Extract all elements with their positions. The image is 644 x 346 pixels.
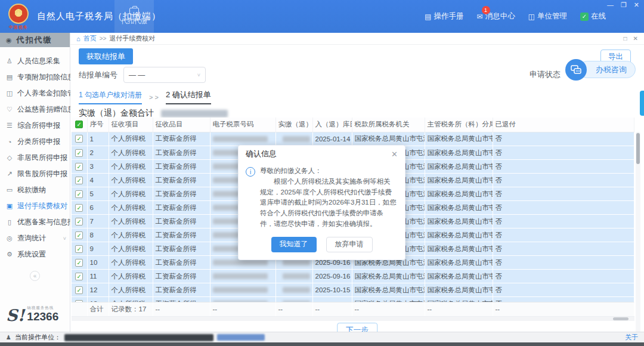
header-menu-item[interactable]: ✉ 消息中心 1 [477, 11, 515, 21]
row-checkbox[interactable]: ✓ [75, 273, 83, 280]
cell-ticket-number [210, 270, 275, 283]
dialog-close-icon[interactable]: ✕ [391, 150, 398, 159]
row-checkbox[interactable]: ✓ [75, 177, 83, 184]
withholding-module-icon: ◉ [6, 36, 13, 44]
refund-fee-check-icon: ▣ [5, 202, 14, 210]
row-checkbox[interactable]: ✓ [75, 286, 83, 294]
fetch-statement-button[interactable]: 获取结报单 [79, 48, 133, 64]
dialog-greeting: 尊敬的扣缴义务人： [260, 166, 397, 177]
table-column-header: 电子税票号码 [210, 118, 275, 132]
row-checkbox-cell: ✓ [72, 201, 87, 215]
sidebar-item[interactable]: ▣ 退付手续费核对 [0, 198, 70, 214]
sidebar-item[interactable]: ◎ 查询统计 [0, 230, 70, 246]
wizard-steps: 1 勾选单户核对清册 > > 2 确认结报单 [79, 89, 211, 104]
sidebar-item[interactable]: ▯ 优惠备案与信息报 [0, 214, 70, 230]
cell-bureau: 国家税务总局黄山市屯溪区.. [425, 270, 493, 283]
classified-income-icon: ◔ [5, 138, 14, 146]
row-checkbox[interactable]: ✓ [75, 300, 83, 302]
cell-seq: 2 [87, 146, 109, 160]
table-column-header: 已退付 [493, 118, 634, 132]
row-checkbox[interactable]: ✓ [75, 259, 83, 267]
cell-bureau: 国家税务总局黄山市屯溪区.. [425, 228, 493, 242]
status-bar: ♟ 当前操作单位： 关于 [0, 332, 644, 342]
cell-item: 工资薪金所得 [153, 256, 210, 270]
tab-withholding[interactable]: 代扣代缴 [114, 0, 154, 33]
cell-amount [275, 270, 312, 283]
cell-date: 2025-10-15 [312, 283, 352, 297]
select-all-checkbox[interactable]: ✓ [75, 121, 83, 128]
horizontal-scrollbar-thumb[interactable] [613, 317, 628, 320]
header-menu-item[interactable]: ✓ 在线 [580, 11, 606, 21]
cell-project: 个人所得税 [109, 228, 153, 242]
cell-project: 个人所得税 [109, 215, 153, 228]
sidebar-collapse-button[interactable]: « [30, 271, 40, 281]
footer-dash: -- [275, 302, 312, 316]
row-checkbox[interactable]: ✓ [75, 190, 83, 198]
table-column-header: 主管税务所（科）分局 [425, 118, 493, 132]
table-row[interactable]: ✓ 12 个人所得税 工资薪金所得 2025-10-15 国家税务总局黄山市屯溪… [72, 283, 634, 297]
row-checkbox[interactable]: ✓ [75, 163, 83, 171]
sidebar-item[interactable]: ⚙ 系统设置 [0, 246, 70, 262]
comprehensive-income-icon: ☰ [5, 122, 14, 129]
sidebar-item[interactable]: ♡ 公益慈善捐赠信息采 [0, 101, 70, 118]
cell-refunded: 否 [493, 283, 634, 297]
chat-bubble-icon[interactable] [565, 59, 587, 81]
sidebar-item[interactable]: ↗ 限售股所得申报 [0, 166, 70, 182]
step-2-tab[interactable]: 2 确认结报单 [166, 89, 211, 104]
home-icon[interactable]: ⌂ [76, 35, 80, 42]
row-checkbox[interactable]: ✓ [75, 231, 83, 239]
statement-number-form: 结报单编号 — — ˅ [79, 67, 206, 83]
cell-item: 工资薪金所得 [153, 228, 210, 242]
tax-consult-button[interactable]: 办税咨询 [578, 61, 636, 78]
sidebar-item[interactable]: ◔ 分类所得申报 [0, 134, 70, 150]
sidebar-item[interactable]: ▭ 税款缴纳 [0, 182, 70, 198]
row-checkbox[interactable]: ✓ [75, 135, 83, 143]
cell-project: 个人所得税 [109, 270, 153, 283]
cell-authority: 国家税务总局黄山市屯溪区.. [352, 132, 425, 146]
horizontal-scrollbar[interactable] [72, 317, 634, 321]
step-1-tab[interactable]: 1 勾选单户核对清册 [79, 90, 142, 104]
header-menu-item[interactable]: ▤ 操作手册 [425, 11, 463, 21]
tab-withholding-label: 代扣代缴 [121, 17, 147, 26]
statement-number-select[interactable]: — — ˅ [123, 67, 206, 83]
footer-total-label: 合计 [87, 302, 109, 316]
emblem-caption: 中国税务 [5, 24, 32, 30]
sidebar-item[interactable]: ◫ 个人养老金扣除管理 [0, 85, 70, 101]
table-row[interactable]: ✓ 11 个人所得税 工资薪金所得 2025-09-16 国家税务总局黄山市屯溪… [72, 270, 634, 283]
table-column-header: 税款所属税务机关 [352, 118, 425, 132]
about-link[interactable]: 关于 [625, 333, 638, 342]
page-close-icon[interactable]: ✕ [633, 35, 638, 42]
confirm-info-dialog: 确认信息 ✕ i 尊敬的扣缴义务人： 根据个人所得税法及其实施条例等相关规定，2… [238, 145, 405, 260]
sidebar-item[interactable]: ♙ 人员信息采集 [0, 53, 70, 69]
table-row[interactable]: ✓ 13 个人所得税 工资薪金所得 国家税务总局黄山市屯溪区.. 国家税务总局黄… [72, 297, 634, 302]
cell-project: 个人所得税 [109, 132, 153, 146]
sidebar-item[interactable]: ▤ 专项附加扣除信息采 [0, 69, 70, 85]
vertical-scrollbar[interactable] [636, 132, 640, 346]
sidebar-item[interactable]: ◇ 非居民所得申报 [0, 150, 70, 166]
cell-amount [275, 132, 312, 146]
row-checkbox[interactable]: ✓ [75, 218, 83, 225]
table-row[interactable]: ✓ 1 个人所得税 工资薪金所得 2025-01-14 国家税务总局黄山市屯溪区… [72, 132, 634, 146]
dialog-confirm-button[interactable]: 我知道了 [271, 237, 317, 252]
redacted-ticket-number [213, 260, 268, 265]
dialog-abandon-button[interactable]: 放弃申请 [326, 237, 373, 252]
vertical-scrollbar-thumb[interactable] [636, 133, 640, 164]
footer-dash: -- [352, 302, 425, 316]
row-checkbox[interactable]: ✓ [75, 204, 83, 212]
row-checkbox[interactable]: ✓ [75, 245, 83, 253]
header-menu-item[interactable]: ◫ 单位管理 [528, 11, 567, 21]
breadcrumb-home-link[interactable]: 首页 [83, 34, 97, 43]
window-close-button[interactable]: ✕ [634, 1, 639, 9]
sidebar-item[interactable]: ☰ 综合所得申报 [0, 118, 70, 134]
window-maximize-button[interactable]: ❐ [621, 1, 627, 9]
row-checkbox[interactable]: ✓ [75, 149, 83, 157]
row-checkbox-cell: ✓ [72, 242, 87, 256]
cell-item: 工资薪金所得 [153, 201, 210, 215]
cell-bureau: 国家税务总局黄山市屯溪区.. [425, 132, 493, 146]
window-minimize-button[interactable]: — [607, 1, 614, 9]
side-panel-handle[interactable] [640, 91, 644, 116]
manual-icon: ▤ [425, 13, 431, 21]
page-restore-icon[interactable]: □ [624, 35, 627, 42]
sidebar-item-label: 非居民所得申报 [17, 153, 67, 163]
header-menu-label: 操作手册 [434, 11, 464, 21]
